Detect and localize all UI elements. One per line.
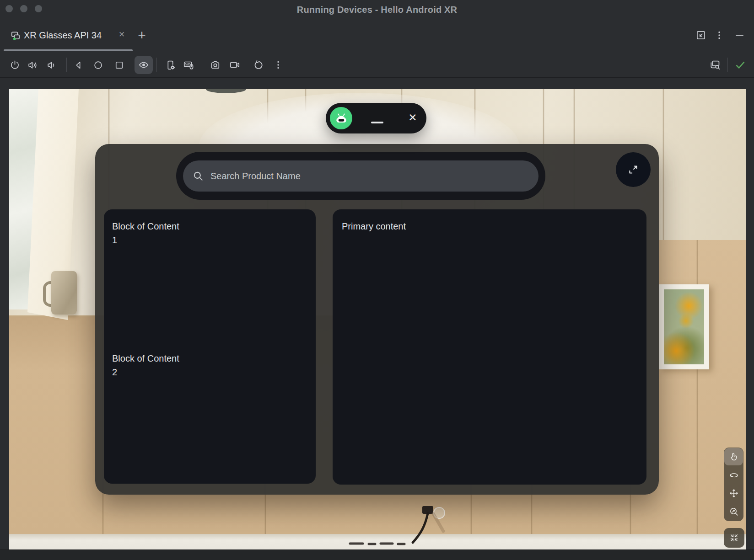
block-of-content-1: Block of Content 1 (112, 219, 179, 247)
toolbar-separator (156, 58, 157, 72)
minimize-icon (736, 35, 743, 36)
window-title: Running Devices - Hello Android XR (0, 0, 754, 19)
toolbar-separator (727, 58, 728, 72)
power-icon (9, 59, 21, 71)
app-close-button[interactable]: ✕ (405, 103, 420, 133)
emulator-screen[interactable]: ✕ (9, 89, 746, 549)
search-icon (192, 170, 204, 182)
volume-up-icon (27, 59, 38, 71)
primary-content-title: Primary content (342, 219, 406, 233)
kebab-menu-icon (273, 59, 284, 70)
content-block-column: Block of Content 1 Block of Content 2 (104, 209, 316, 484)
camera-icon (210, 59, 221, 71)
view-controls-toolbar (724, 448, 743, 521)
windows-zoom-icon (709, 59, 721, 71)
kebab-menu-icon (714, 30, 725, 41)
move-arrows-icon (728, 488, 739, 499)
toolbar-separator (202, 58, 202, 72)
home-circle-icon (92, 59, 104, 71)
snapshot-ok-indicator (731, 56, 749, 74)
tab-close-button[interactable]: ✕ (115, 19, 128, 51)
search-bar-container (176, 152, 545, 200)
dock-arrow-icon (695, 29, 707, 41)
window-titlebar: Running Devices - Hello Android XR (0, 0, 754, 19)
home-button[interactable] (89, 56, 107, 74)
toolbar-separator (66, 58, 67, 72)
xr-headset-icon (334, 111, 349, 126)
block-of-content-2: Block of Content 2 (112, 352, 179, 379)
tap-mode-button[interactable] (724, 448, 743, 465)
overview-button[interactable] (110, 56, 128, 74)
emulator-toolbar (0, 52, 754, 78)
tab-xr-glasses[interactable]: XR Glasses API 34 ✕ (4, 19, 133, 51)
tab-bar-menu-button[interactable] (711, 27, 727, 43)
pan-mode-button[interactable] (724, 485, 743, 502)
video-camera-icon (229, 59, 241, 71)
add-tab-button[interactable]: + (134, 27, 150, 44)
active-tab-indicator (4, 49, 133, 51)
app-badge[interactable] (330, 107, 352, 129)
toolbar-menu-button[interactable] (269, 56, 287, 74)
volume-down-icon (46, 59, 57, 71)
display-mode-button[interactable] (706, 56, 724, 74)
block-index: 1 (112, 233, 179, 247)
device-settings-button[interactable] (161, 56, 179, 74)
search-bar[interactable] (183, 160, 539, 192)
keyboard-mouse-icon (183, 59, 194, 71)
power-button[interactable] (5, 56, 24, 74)
zoom-magnifier-icon (728, 506, 739, 517)
app-minimize-button[interactable] (371, 122, 383, 123)
eye-tracking-button[interactable] (135, 56, 153, 74)
hide-panel-button[interactable] (731, 27, 748, 43)
primary-content-block: Primary content (333, 209, 646, 485)
phone-gear-icon (165, 59, 176, 71)
volume-down-button[interactable] (42, 56, 60, 74)
block-index: 2 (112, 365, 179, 379)
rotate-mode-button[interactable] (724, 466, 743, 484)
back-button[interactable] (69, 56, 87, 74)
expand-icon (627, 164, 639, 176)
check-icon (734, 59, 746, 71)
tap-hand-icon (728, 451, 739, 462)
zoom-mode-button[interactable] (724, 503, 743, 520)
screenshot-button[interactable] (206, 56, 224, 74)
tab-label: XR Glasses API 34 (24, 19, 102, 51)
collapse-inward-icon (729, 533, 739, 543)
dock-window-button[interactable] (693, 27, 709, 43)
overview-square-icon (113, 59, 125, 71)
expand-button[interactable] (616, 152, 651, 187)
paired-device-icon (10, 30, 22, 42)
app-window-pill[interactable]: ✕ (326, 103, 426, 133)
block-title: Block of Content (112, 219, 179, 233)
orbit-rotate-icon (728, 469, 739, 480)
screen-record-button[interactable] (226, 56, 244, 74)
ide-bottom-strip (0, 549, 754, 560)
rotate-reset-icon (253, 59, 264, 71)
reset-view-button[interactable] (249, 56, 268, 74)
xr-app-panel: Block of Content 1 Block of Content 2 Pr… (95, 144, 659, 495)
search-input[interactable] (204, 160, 539, 192)
volume-up-button[interactable] (23, 56, 42, 74)
eye-icon (138, 59, 150, 71)
back-triangle-icon (73, 59, 84, 71)
android-studio-window: Running Devices - Hello Android XR XR Gl… (0, 0, 754, 560)
block-title: Block of Content (112, 352, 179, 365)
collapse-controls-button[interactable] (724, 528, 744, 548)
tab-bar: XR Glasses API 34 ✕ + (0, 19, 754, 51)
hardware-input-button[interactable] (179, 56, 198, 74)
